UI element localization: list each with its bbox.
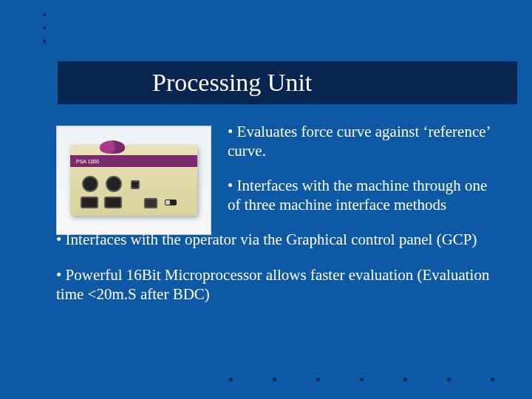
dot-icon [43,27,46,30]
dot-icon [491,378,494,381]
dot-icon [43,13,46,16]
dot-icon [403,378,407,381]
decorative-dots-bottom [229,378,494,381]
content-area: • Evaluates force curve against ‘referen… [56,123,502,320]
decorative-dots-top [43,13,46,43]
dot-icon [316,378,320,381]
slide-title: Processing Unit [152,69,312,97]
bullet-item: • Interfaces with the machine through on… [228,177,502,214]
dot-icon [273,378,276,381]
bullet-item: • Evaluates force curve against ‘referen… [228,123,502,160]
dot-icon [360,378,364,381]
dot-icon [447,378,451,381]
bullet-item: • Interfaces with the operator via the G… [56,231,502,250]
dot-icon [229,378,233,381]
title-bar: Processing Unit [58,61,517,104]
bullet-item: • Powerful 16Bit Microprocessor allows f… [56,266,502,304]
dot-icon [43,40,46,43]
